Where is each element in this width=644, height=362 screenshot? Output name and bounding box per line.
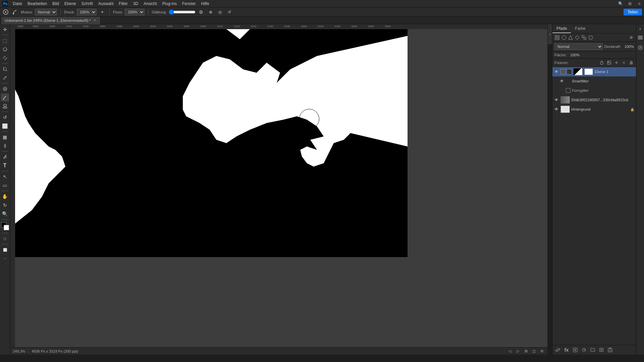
- layer-filter-icon[interactable]: [567, 69, 572, 74]
- menu-datei[interactable]: Datei: [10, 1, 25, 7]
- extra-tools[interactable]: ···: [1, 254, 9, 262]
- color-swatches[interactable]: [1, 222, 9, 232]
- brush-tool-icon[interactable]: [2, 8, 9, 16]
- crop-tool[interactable]: [1, 65, 9, 73]
- arrange-windows-btn[interactable]: ⧉: [539, 349, 545, 354]
- ruler-tick-11: 3080: [200, 24, 206, 28]
- lock-image-icon[interactable]: [606, 60, 612, 65]
- screen-mode-tool[interactable]: ⬜: [1, 246, 9, 254]
- layer-hintergrund[interactable]: 👁 Hintergrund 🔒: [552, 105, 636, 114]
- history-icon[interactable]: ↺: [226, 8, 233, 16]
- menu-ebene[interactable]: Ebene: [62, 1, 79, 7]
- layer-sub-icon-smartfilter: [566, 79, 571, 83]
- add-group-btn[interactable]: [589, 347, 596, 353]
- layers-icon[interactable]: [637, 35, 644, 42]
- blend-mode-select[interactable]: Normal Multiplizieren Aufhellen: [554, 43, 603, 50]
- brush-tool[interactable]: [1, 94, 9, 102]
- add-mask-btn[interactable]: [572, 347, 579, 353]
- layer-smartfilter[interactable]: 👁 Smartfilter: [558, 76, 636, 86]
- tabbar: Unbenannt-1 bei 249% (Ebene 1, Ebenenmas…: [0, 17, 644, 24]
- menu-hilfe[interactable]: Hilfe: [199, 1, 212, 7]
- blur-tool[interactable]: [1, 142, 9, 150]
- properties-icon[interactable]: [637, 44, 644, 51]
- menu-3d[interactable]: 3D: [130, 1, 141, 7]
- eraser-tool[interactable]: ⬜: [1, 122, 9, 130]
- mode-select[interactable]: Normal: [35, 9, 57, 15]
- layer-eye-smartfilter[interactable]: 👁: [559, 78, 565, 84]
- hand-tool[interactable]: ✋: [1, 192, 9, 200]
- canvas-container[interactable]: [15, 29, 547, 355]
- glaettung-slider[interactable]: [169, 9, 196, 15]
- layer-eye-ebene1[interactable]: 👁: [554, 69, 559, 74]
- menu-filter[interactable]: Filter: [116, 1, 130, 7]
- brush-settings-icon[interactable]: [11, 8, 19, 16]
- tab-farbe[interactable]: Farbe: [571, 24, 589, 33]
- layer-pixel-icon[interactable]: [554, 35, 560, 40]
- healing-tool[interactable]: [1, 85, 9, 93]
- layer-smartobject[interactable]: 👁 93db3952180057...330cfda8923cb: [552, 95, 636, 105]
- eyedropper-tool[interactable]: [1, 74, 9, 82]
- search-btn[interactable]: 🔍: [617, 0, 624, 7]
- menu-ansicht[interactable]: Ansicht: [141, 1, 159, 7]
- tab-pfade[interactable]: Pfade: [552, 24, 571, 33]
- layer-eye-smartobj[interactable]: 👁: [554, 97, 559, 103]
- layer-group-icon[interactable]: [581, 35, 587, 40]
- shape-tool[interactable]: ▭: [1, 181, 9, 189]
- stamp-tool[interactable]: [1, 102, 9, 110]
- menu-schrift[interactable]: Schrift: [79, 1, 96, 7]
- forward-state-btn[interactable]: ▷: [515, 349, 521, 354]
- layer-type-icon[interactable]: [568, 35, 573, 40]
- pressure-icon[interactable]: ◎: [216, 8, 224, 16]
- lasso-tool[interactable]: [1, 45, 9, 53]
- airbrush-icon[interactable]: ✦: [99, 8, 106, 16]
- path-selection-tool[interactable]: ↖: [1, 173, 9, 181]
- layer-ebene1[interactable]: 👁 Ebene 1: [552, 67, 636, 76]
- history-state-btn[interactable]: ◁: [507, 349, 513, 354]
- druck-select[interactable]: 100%: [77, 9, 97, 15]
- pen-tool[interactable]: [1, 153, 9, 161]
- workspace-btn[interactable]: ≡: [636, 0, 643, 7]
- add-adjustment-btn[interactable]: [581, 347, 587, 353]
- lock-artboard-icon[interactable]: [614, 60, 619, 65]
- quick-mask-tool[interactable]: ⬡: [1, 235, 9, 243]
- tab-close-btn[interactable]: ×: [93, 18, 97, 22]
- history-brush-tool[interactable]: ↺: [1, 113, 9, 121]
- lock-position-icon[interactable]: [621, 60, 627, 65]
- magic-wand-tool[interactable]: [1, 54, 9, 62]
- menu-bild[interactable]: Bild: [50, 1, 62, 7]
- menu-plugins[interactable]: Plug-ins: [160, 1, 179, 7]
- layer-adjustment-icon[interactable]: [561, 35, 567, 40]
- background-color[interactable]: [4, 225, 9, 230]
- add-layer-btn[interactable]: [598, 347, 605, 353]
- rotate-view-tool[interactable]: ↻: [1, 201, 9, 209]
- panel-expand-icon[interactable]: ›: [637, 25, 644, 32]
- lock-all-icon[interactable]: [629, 60, 634, 65]
- view-btn[interactable]: ◫: [531, 349, 537, 354]
- gradient-tool[interactable]: ▦: [1, 133, 9, 141]
- layer-formgitter[interactable]: Formgitter: [558, 86, 636, 95]
- layer-eye-hintergrund[interactable]: 👁: [554, 107, 559, 112]
- menu-fenster[interactable]: Fenster: [179, 1, 199, 7]
- add-style-btn[interactable]: fx: [563, 347, 570, 353]
- share-button[interactable]: Teilen: [624, 9, 642, 15]
- fluss-select[interactable]: 100%: [125, 9, 145, 15]
- symmetry-icon[interactable]: ⊕: [207, 8, 214, 16]
- layer-link-icon[interactable]: [560, 69, 566, 74]
- selection-tool[interactable]: ⬚: [1, 37, 9, 45]
- link-layers-btn[interactable]: [554, 347, 561, 353]
- menu-bearbeiten[interactable]: Bearbeiten: [25, 1, 50, 7]
- settings-icon[interactable]: ⚙: [198, 8, 205, 16]
- grid-btn[interactable]: ⊞: [523, 349, 529, 354]
- document-tab[interactable]: Unbenannt-1 bei 249% (Ebene 1, Ebenenmas…: [1, 17, 101, 24]
- panel-settings-icon[interactable]: ⚙: [629, 35, 634, 40]
- layer-smart-icon[interactable]: [588, 35, 593, 40]
- menu-auswahl[interactable]: Auswahl: [96, 1, 116, 7]
- text-tool[interactable]: T: [1, 162, 9, 170]
- zoom-tool[interactable]: 🔍: [1, 210, 9, 218]
- collapse-panel-btn[interactable]: ‹: [547, 24, 552, 44]
- arrange-btn[interactable]: ⊞: [627, 0, 633, 7]
- layer-shape-icon[interactable]: [575, 35, 580, 40]
- move-tool[interactable]: ✛: [1, 25, 9, 34]
- delete-layer-btn[interactable]: [607, 347, 613, 353]
- lock-transparent-icon[interactable]: [599, 60, 604, 65]
